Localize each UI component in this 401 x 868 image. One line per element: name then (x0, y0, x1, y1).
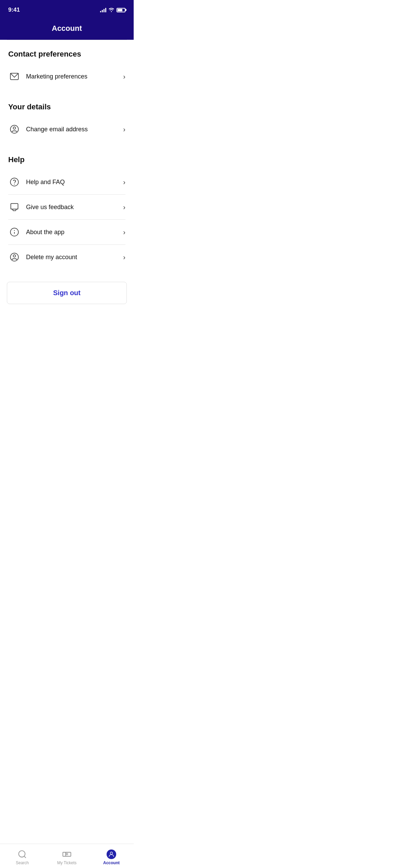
change-email-label: Change email address (26, 126, 123, 133)
svg-point-3 (10, 178, 18, 186)
info-circle-icon (8, 226, 21, 238)
battery-icon (117, 8, 125, 12)
delete-account-label: Delete my account (26, 254, 123, 261)
bottom-spacer (0, 314, 134, 349)
status-time: 9:41 (8, 7, 20, 13)
svg-rect-5 (11, 204, 18, 209)
help-title: Help (8, 155, 125, 164)
status-icons (100, 7, 125, 13)
envelope-icon (8, 70, 21, 83)
status-bar: 9:41 (0, 0, 134, 19)
sign-out-button[interactable]: Sign out (7, 282, 127, 304)
page-title: Account (0, 24, 134, 33)
chevron-right-icon: › (123, 178, 125, 186)
signal-bars-icon (100, 8, 106, 12)
page-header: Account (0, 19, 134, 40)
sign-out-section: Sign out (0, 274, 134, 314)
help-faq-label: Help and FAQ (26, 179, 123, 186)
chevron-right-icon: › (123, 203, 125, 211)
delete-person-icon (8, 251, 21, 263)
your-details-title: Your details (8, 103, 125, 111)
delete-account-item[interactable]: Delete my account › (8, 245, 125, 269)
about-app-item[interactable]: About the app › (8, 220, 125, 245)
chevron-right-icon: › (123, 228, 125, 236)
help-faq-item[interactable]: Help and FAQ › (8, 170, 125, 195)
chevron-right-icon: › (123, 125, 125, 133)
marketing-preferences-label: Marketing preferences (26, 73, 123, 80)
give-feedback-label: Give us feedback (26, 204, 123, 211)
help-section: Help Help and FAQ › Give us feedback (0, 146, 134, 274)
marketing-preferences-item[interactable]: Marketing preferences › (8, 64, 125, 89)
your-details-section: Your details Change email address › (0, 93, 134, 146)
about-app-label: About the app (26, 229, 123, 236)
contact-preferences-title: Contact preferences (8, 50, 125, 59)
chevron-right-icon: › (123, 253, 125, 261)
question-circle-icon (8, 176, 21, 188)
content-area: Contact preferences Marketing preference… (0, 40, 134, 349)
wifi-icon (108, 7, 114, 13)
svg-point-2 (13, 127, 16, 129)
svg-point-10 (13, 255, 16, 257)
give-feedback-item[interactable]: Give us feedback › (8, 195, 125, 220)
feedback-icon (8, 201, 21, 213)
chevron-right-icon: › (123, 73, 125, 81)
person-circle-icon (8, 123, 21, 135)
contact-preferences-section: Contact preferences Marketing preference… (0, 40, 134, 93)
change-email-item[interactable]: Change email address › (8, 117, 125, 142)
